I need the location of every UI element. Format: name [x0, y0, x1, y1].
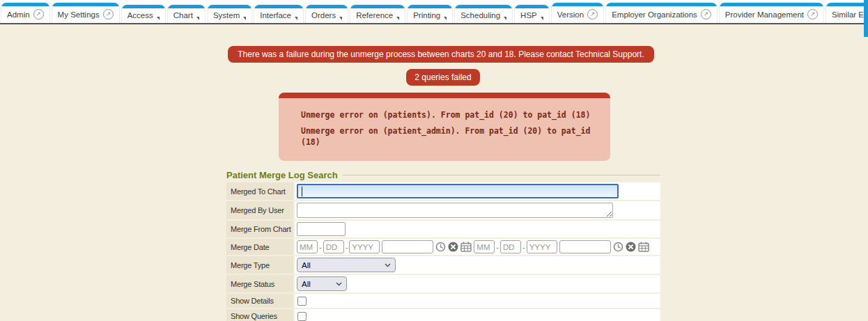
external-link-icon: ↗: [807, 9, 818, 19]
show-details-label: Show Details: [226, 294, 293, 308]
tab-interface[interactable]: Interface: [254, 5, 303, 23]
calendar-icon[interactable]: [460, 242, 472, 252]
merged-by-user-textarea[interactable]: [297, 203, 613, 218]
dropdown-caret-icon: [444, 17, 447, 20]
tab-version[interactable]: Version↗: [552, 3, 603, 23]
tab-label: Scheduling: [460, 11, 500, 19]
row-merged-to-chart: Merged To Chart: [226, 182, 660, 200]
dropdown-caret-icon: [295, 17, 297, 20]
tab-label: Chart: [173, 11, 193, 19]
tab-label: Admin: [7, 10, 30, 19]
tab-my-settings[interactable]: My Settings↗: [52, 3, 119, 23]
tab-provider-management[interactable]: Provider Management↗: [720, 3, 823, 23]
merge-type-label: Merge Type: [226, 256, 293, 274]
merge-from-chart-id-input[interactable]: [297, 222, 346, 236]
tab-admin[interactable]: Admin↗: [1, 3, 49, 23]
text-cursor: [302, 187, 302, 196]
merge-status-label: Merge Status: [226, 275, 293, 292]
row-merged-by-user: Merged By User: [226, 201, 660, 219]
date-separator: -: [496, 243, 499, 251]
right-edge-accent-bar: [864, 0, 868, 37]
dropdown-caret-icon: [196, 17, 199, 20]
row-show-queries: Show Queries: [226, 309, 660, 321]
unmerge-error-line: Unmerge error on (patients). From pat_id…: [301, 109, 603, 120]
dropdown-caret-icon: [243, 17, 246, 20]
tab-label: Similar Exposure Groups (SEGs): [832, 10, 868, 19]
tab-label: Orders: [311, 11, 336, 19]
date-separator: -: [319, 243, 322, 251]
tab-access[interactable]: Access: [122, 5, 165, 23]
tab-orders[interactable]: Orders: [306, 5, 348, 23]
main-tab-bar: Admin↗My Settings↗AccessChartSystemInter…: [0, 0, 868, 24]
external-link-icon: ↗: [701, 9, 711, 19]
tab-chart[interactable]: Chart: [168, 5, 205, 23]
patient-merge-log-search-form: Patient Merge Log Search Merged To Chart…: [226, 170, 660, 321]
unmerge-failure-banner: There was a failure during the unmerge p…: [228, 46, 653, 63]
clear-date-icon[interactable]: [626, 242, 636, 252]
unmerge-error-line: Unmerge error on (patient_admin). From p…: [301, 125, 603, 148]
merge-date-to-month-input[interactable]: [474, 240, 495, 253]
merge-date-to-time-input[interactable]: [559, 240, 611, 253]
page-title: Patient Merge Log Search: [226, 170, 338, 180]
calendar-icon[interactable]: [638, 242, 649, 252]
tab-label: Provider Management: [725, 10, 804, 19]
tab-label: Reference: [356, 11, 393, 19]
show-queries-checkbox[interactable]: [297, 312, 307, 321]
chevron-down-icon: [385, 263, 391, 267]
merge-date-to-year-input[interactable]: [527, 240, 557, 253]
error-box-accent-bar: [279, 93, 610, 98]
row-merge-status: Merge Status All: [226, 275, 660, 292]
error-box-body: Unmerge error on (patients). From pat_id…: [279, 98, 610, 161]
tab-label: System: [213, 11, 240, 19]
tab-label: HSP: [520, 11, 537, 19]
date-separator: -: [522, 243, 525, 251]
merge-status-select[interactable]: All: [297, 276, 347, 291]
merged-to-chart-label: Merged To Chart: [226, 182, 293, 200]
merge-type-selected-value: All: [302, 261, 311, 269]
tab-scheduling[interactable]: Scheduling: [455, 5, 512, 23]
merge-status-selected-value: All: [302, 280, 311, 288]
dropdown-caret-icon: [339, 17, 342, 20]
tab-system[interactable]: System: [208, 5, 251, 23]
merge-date-to-day-input[interactable]: [500, 240, 521, 253]
clear-date-icon[interactable]: [448, 242, 458, 252]
form-title-row: Patient Merge Log Search: [226, 170, 660, 180]
merged-by-user-label: Merged By User: [226, 201, 293, 219]
dropdown-caret-icon: [504, 17, 506, 20]
tab-label: Access: [127, 11, 153, 19]
merge-date-from-month-input[interactable]: [297, 240, 318, 253]
date-separator: -: [346, 243, 348, 251]
show-queries-label: Show Queries: [226, 309, 293, 321]
show-details-checkbox[interactable]: [297, 297, 307, 306]
merge-date-from-year-input[interactable]: [349, 240, 380, 253]
tab-label: Printing: [413, 11, 440, 19]
clock-icon[interactable]: [435, 242, 446, 252]
queries-failed-badge: 2 queries failed: [406, 69, 479, 86]
tab-similar-exposure-groups[interactable]: Similar Exposure Groups (SEGs)↗: [826, 3, 868, 23]
tab-label: Version: [557, 10, 584, 19]
unmerge-error-box: Unmerge error on (patients). From pat_id…: [279, 93, 610, 161]
row-show-details: Show Details: [226, 294, 660, 308]
tab-employer-organizations[interactable]: Employer Organizations↗: [606, 3, 717, 23]
chevron-down-icon: [336, 282, 342, 286]
merged-to-chart-input[interactable]: [297, 184, 619, 198]
tab-hsp[interactable]: HSP: [515, 5, 549, 23]
row-merge-from-chart-id: Merge From Chart ID: [226, 221, 660, 237]
dropdown-caret-icon: [396, 17, 399, 20]
merge-type-select[interactable]: All: [297, 258, 396, 272]
merge-date-from-day-input[interactable]: [323, 240, 344, 253]
merge-date-from-time-input[interactable]: [382, 240, 433, 253]
clock-icon[interactable]: [613, 242, 623, 252]
dropdown-caret-icon: [541, 17, 543, 20]
external-link-icon: ↗: [103, 9, 114, 19]
tab-label: Employer Organizations: [612, 10, 697, 19]
external-link-icon: ↗: [587, 9, 598, 19]
tab-reference[interactable]: Reference: [350, 5, 405, 23]
row-merge-type: Merge Type All: [226, 256, 660, 274]
tab-label: My Settings: [58, 10, 100, 19]
tab-printing[interactable]: Printing: [408, 5, 452, 23]
dropdown-caret-icon: [157, 17, 160, 20]
row-merge-date: Merge Date - - - -: [226, 239, 660, 255]
tab-label: Interface: [260, 11, 291, 19]
merge-from-chart-id-label: Merge From Chart ID: [226, 221, 293, 237]
